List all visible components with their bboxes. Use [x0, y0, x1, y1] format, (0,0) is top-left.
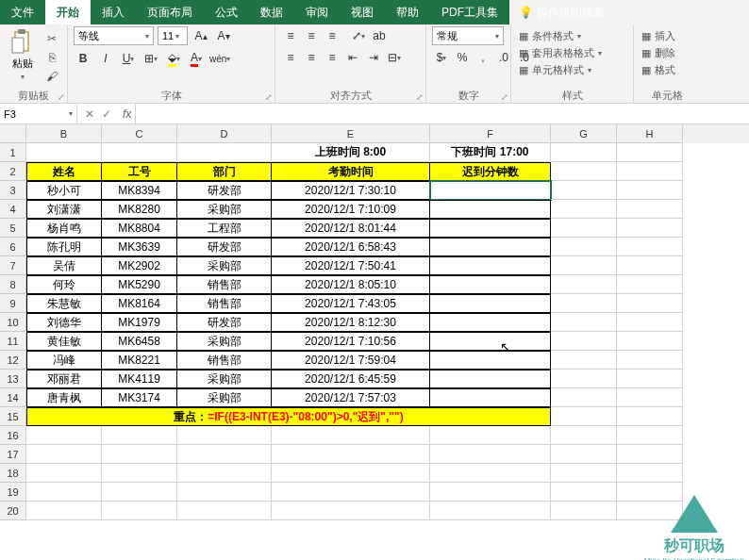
- format-cells-button[interactable]: ▦格式: [640, 62, 694, 78]
- data-cell[interactable]: 秒小可: [26, 181, 102, 200]
- phonetic-button[interactable]: wén▾: [209, 49, 230, 68]
- empty-cell[interactable]: [102, 445, 177, 464]
- orientation-icon[interactable]: ⤢▾: [349, 26, 368, 45]
- data-cell[interactable]: [430, 256, 551, 275]
- row-header-8[interactable]: 8: [0, 275, 26, 294]
- data-cell[interactable]: [430, 200, 551, 219]
- col-header-H[interactable]: H: [617, 124, 683, 143]
- data-cell[interactable]: 采购部: [177, 200, 272, 219]
- row-header-1[interactable]: 1: [0, 143, 26, 162]
- border-button[interactable]: ⊞▾: [141, 49, 160, 68]
- row-header-13[interactable]: 13: [0, 370, 26, 388]
- tell-me-search[interactable]: 💡 操作说明搜索: [519, 0, 605, 25]
- empty-cell[interactable]: [177, 464, 272, 483]
- row-header-14[interactable]: 14: [0, 388, 26, 407]
- cell[interactable]: [26, 143, 102, 162]
- delete-cells-button[interactable]: ▦删除: [640, 45, 694, 61]
- col-header-F[interactable]: F: [430, 124, 551, 143]
- data-cell[interactable]: [430, 238, 551, 256]
- data-cell[interactable]: 2020/12/1 8:01:44: [272, 219, 430, 238]
- empty-cell[interactable]: [617, 445, 683, 464]
- start-time-label[interactable]: 上班时间 8:00: [272, 143, 430, 162]
- table-header-late[interactable]: 迟到分钟数: [430, 162, 551, 181]
- align-center-icon[interactable]: ≡: [302, 48, 321, 67]
- align-bottom-icon[interactable]: ≡: [323, 26, 341, 45]
- data-cell[interactable]: [430, 351, 551, 370]
- tab-home[interactable]: 开始: [45, 0, 91, 25]
- select-all-corner[interactable]: [0, 124, 26, 143]
- cell[interactable]: [617, 238, 683, 256]
- table-header-time[interactable]: 考勤时间: [272, 162, 430, 181]
- cell[interactable]: [617, 219, 683, 238]
- data-cell[interactable]: 采购部: [177, 332, 272, 351]
- tab-insert[interactable]: 插入: [91, 0, 136, 25]
- cell[interactable]: [617, 200, 683, 219]
- formula-note[interactable]: 重点：=IF((E3-INT(E3)-"08:00")>0,"迟到",""): [26, 407, 551, 426]
- empty-cell[interactable]: [177, 445, 272, 464]
- spreadsheet-grid[interactable]: B C D E F G H 12345678910111213141516171…: [0, 124, 749, 560]
- empty-cell[interactable]: [177, 426, 272, 445]
- data-cell[interactable]: 何玲: [26, 275, 102, 294]
- fx-icon[interactable]: fx: [119, 107, 135, 121]
- decrease-indent-icon[interactable]: ⇤: [343, 48, 362, 67]
- data-cell[interactable]: 研发部: [177, 238, 272, 256]
- data-cell[interactable]: 邓丽君: [26, 370, 102, 388]
- col-header-B[interactable]: B: [26, 124, 102, 143]
- empty-cell[interactable]: [430, 464, 551, 483]
- data-cell[interactable]: MK5290: [102, 275, 177, 294]
- tab-review[interactable]: 审阅: [294, 0, 340, 25]
- paste-dropdown-icon[interactable]: ▾: [21, 73, 25, 81]
- font-color-button[interactable]: A▾: [187, 49, 206, 68]
- data-cell[interactable]: 吴倩: [26, 256, 102, 275]
- row-header-3[interactable]: 3: [0, 181, 26, 200]
- copy-icon[interactable]: ⎘: [43, 49, 60, 66]
- row-header-20[interactable]: 20: [0, 502, 26, 520]
- cut-icon[interactable]: ✂: [43, 30, 60, 47]
- data-cell[interactable]: 采购部: [177, 370, 272, 388]
- decrease-font-icon[interactable]: A▾: [214, 26, 233, 45]
- table-format-button[interactable]: ▦套用表格格式▾: [517, 45, 627, 61]
- data-cell[interactable]: 2020/12/1 7:59:04: [272, 351, 430, 370]
- data-cell[interactable]: 黄佳敏: [26, 332, 102, 351]
- empty-cell[interactable]: [177, 483, 272, 502]
- empty-cell[interactable]: [617, 426, 683, 445]
- comma-icon[interactable]: ,: [474, 48, 492, 67]
- data-cell[interactable]: [430, 332, 551, 351]
- data-cell[interactable]: [430, 219, 551, 238]
- empty-cell[interactable]: [430, 445, 551, 464]
- font-size-combo[interactable]: 11▾: [158, 26, 188, 45]
- empty-cell[interactable]: [26, 426, 102, 445]
- table-header-name[interactable]: 姓名: [26, 162, 102, 181]
- cell[interactable]: [617, 162, 683, 181]
- data-cell[interactable]: MK2902: [102, 256, 177, 275]
- row-header-16[interactable]: 16: [0, 426, 26, 445]
- empty-cell[interactable]: [272, 502, 430, 520]
- empty-cell[interactable]: [26, 502, 102, 520]
- empty-cell[interactable]: [551, 445, 617, 464]
- tab-view[interactable]: 视图: [340, 0, 385, 25]
- data-cell[interactable]: 刘潇潇: [26, 200, 102, 219]
- data-cell[interactable]: 杨肖鸣: [26, 219, 102, 238]
- row-header-17[interactable]: 17: [0, 445, 26, 464]
- data-cell[interactable]: 2020/12/1 6:45:59: [272, 370, 430, 388]
- empty-cell[interactable]: [551, 426, 617, 445]
- wrap-text-icon[interactable]: ab: [370, 26, 389, 45]
- underline-button[interactable]: U▾: [119, 49, 138, 68]
- cell[interactable]: [551, 162, 617, 181]
- align-right-icon[interactable]: ≡: [323, 48, 341, 67]
- paste-icon[interactable]: [9, 28, 36, 55]
- tab-data[interactable]: 数据: [249, 0, 294, 25]
- row-header-5[interactable]: 5: [0, 219, 26, 238]
- data-cell[interactable]: 朱慧敏: [26, 294, 102, 313]
- row-header-10[interactable]: 10: [0, 313, 26, 332]
- data-cell[interactable]: 销售部: [177, 294, 272, 313]
- cell[interactable]: [551, 370, 617, 388]
- fill-color-button[interactable]: ⬙▾: [164, 49, 183, 68]
- row-header-7[interactable]: 7: [0, 256, 26, 275]
- name-box[interactable]: F3▾: [0, 104, 77, 124]
- data-cell[interactable]: 销售部: [177, 351, 272, 370]
- number-launcher-icon[interactable]: ⤢: [501, 92, 508, 102]
- empty-cell[interactable]: [272, 426, 430, 445]
- data-cell[interactable]: MK3639: [102, 238, 177, 256]
- merge-button[interactable]: ⊟▾: [385, 48, 404, 67]
